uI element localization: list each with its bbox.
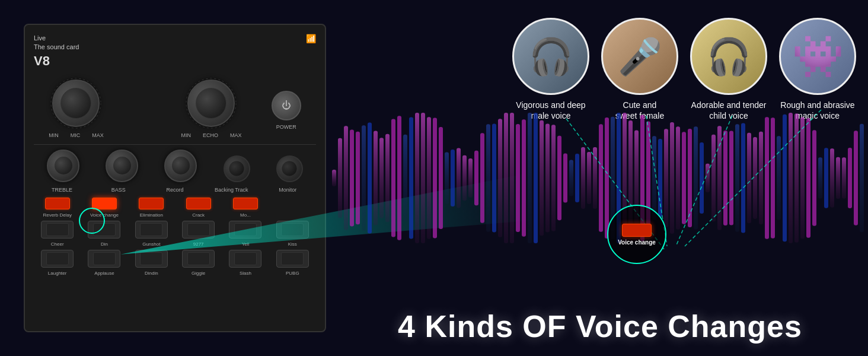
monitor-knob[interactable] xyxy=(276,155,303,182)
voice-change-highlight-circle xyxy=(79,208,105,234)
large-knobs-row: MIN MIC MAX MIN ECHO MAX ⏻ POWE xyxy=(34,77,316,138)
backing-track-knob[interactable] xyxy=(224,155,250,182)
gunshot-button[interactable] xyxy=(135,221,168,239)
voice-change-circle-label: Voice change xyxy=(618,239,656,246)
divider xyxy=(34,144,316,145)
mic-knob[interactable] xyxy=(52,80,100,127)
square-buttons-row-2 xyxy=(34,250,316,268)
giggle-button[interactable] xyxy=(182,250,215,268)
treble-knob[interactable] xyxy=(47,150,79,182)
bass-knob[interactable] xyxy=(106,150,138,182)
red-buttons-row xyxy=(34,198,316,209)
cheer-button[interactable] xyxy=(41,221,74,239)
mo-button[interactable] xyxy=(233,198,258,209)
echo-knob[interactable] xyxy=(187,80,235,127)
pubg-button[interactable] xyxy=(276,250,309,268)
record-knob[interactable] xyxy=(164,150,197,182)
sound-card-panel: Live The sound card V8 📶 MIN MIC MAX xyxy=(24,24,326,332)
small-knobs-row xyxy=(34,150,316,182)
slash-button[interactable] xyxy=(229,250,261,268)
main-title: 4 Kinds OF Voice Changes xyxy=(344,309,856,344)
power-button[interactable]: ⏻ xyxy=(272,91,301,120)
applause-button[interactable] xyxy=(88,250,120,268)
echo-knob-group: MIN ECHO MAX xyxy=(181,77,241,138)
voice-change-circle: Voice change xyxy=(607,205,666,264)
voice-change-circle-button[interactable] xyxy=(622,224,652,237)
crack-button[interactable] xyxy=(186,198,211,209)
reverb-delay-button[interactable] xyxy=(45,198,70,209)
power-label: POWER xyxy=(276,124,296,130)
square-button-labels-2: Laughter Applause Dindin Giggle Slash PU… xyxy=(34,271,316,276)
voice-change-button[interactable] xyxy=(92,198,117,209)
9277-button[interactable] xyxy=(182,221,215,239)
laughter-button[interactable] xyxy=(41,250,74,268)
panel-title: Live The sound card V8 xyxy=(34,34,79,71)
mic-knob-group: MIN MIC MAX xyxy=(49,77,104,138)
small-knob-labels: TREBLE BASS Record Backing Track Monitor xyxy=(34,187,316,193)
red-button-labels: Reverb Delay Voice change Elimination Cr… xyxy=(34,212,316,218)
elimination-button[interactable] xyxy=(139,198,164,209)
waveform-background xyxy=(305,0,868,356)
